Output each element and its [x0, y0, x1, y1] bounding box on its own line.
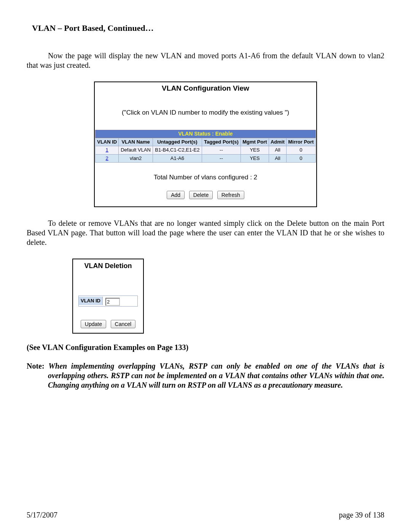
- update-button[interactable]: Update: [81, 320, 106, 328]
- intro-paragraph-2-text: To delete or remove VLANs that are no lo…: [27, 219, 384, 246]
- cell-untagged: B1-B4,C1-C2,E1-E2: [153, 146, 202, 154]
- col-untagged: Untagged Port(s): [153, 138, 202, 146]
- refresh-button[interactable]: Refresh: [217, 191, 244, 199]
- vlan-id-link-2[interactable]: 2: [106, 155, 108, 161]
- page-heading: VLAN – Port Based, Continued…: [32, 23, 384, 34]
- see-also-line: (See VLAN Configuration Examples on Page…: [27, 343, 384, 352]
- vlan-id-link-1[interactable]: 1: [106, 147, 108, 153]
- vlan-table: VLAN ID VLAN Name Untagged Port(s) Tagge…: [95, 138, 316, 163]
- intro-paragraph-2: To delete or remove VLANs that are no lo…: [27, 219, 384, 247]
- footer-page: page 39 of 138: [339, 510, 384, 520]
- col-admit: Admit: [269, 138, 287, 146]
- col-tagged: Tagged Port(s): [202, 138, 241, 146]
- cell-admit: All: [269, 146, 287, 154]
- vlan-deletion-button-row: Update Cancel: [73, 310, 143, 333]
- intro-paragraph-1: Now the page will display the new VLAN a…: [27, 51, 384, 70]
- cell-tagged: --: [202, 146, 241, 154]
- cell-mirror: 0: [286, 146, 315, 154]
- table-row: 2 vlan2 A1-A6 -- YES All 0: [96, 154, 316, 162]
- intro-paragraph-1-text: Now the page will display the new VLAN a…: [27, 51, 384, 69]
- vlan-status-bar: VLAN Status : Enable: [95, 130, 316, 138]
- vlan-config-view-title: VLAN Configuration View: [95, 83, 316, 94]
- cancel-button[interactable]: Cancel: [111, 320, 136, 328]
- cell-mgmt: YES: [241, 146, 269, 154]
- table-row: 1 Default VLAN B1-B4,C1-C2,E1-E2 -- YES …: [96, 146, 316, 154]
- page-footer: 5/17/2007 page 39 of 138: [27, 510, 384, 520]
- vlan-id-field-row: VLAN ID: [78, 296, 138, 307]
- col-mirror: Mirror Port: [286, 138, 315, 146]
- vlan-total-count: Total Number of vlans configured : 2: [95, 163, 316, 190]
- note-label: Note:: [27, 362, 48, 370]
- note-body: When implementing overlapping VLANs, RST…: [48, 362, 384, 389]
- note-paragraph: Note: When implementing overlapping VLAN…: [27, 361, 384, 390]
- add-button[interactable]: Add: [167, 191, 185, 199]
- vlan-config-view-panel: VLAN Configuration View ("Click on VLAN …: [94, 81, 317, 208]
- vlan-id-input[interactable]: [105, 298, 120, 306]
- vlan-view-button-row: Add Delete Refresh: [95, 190, 316, 206]
- vlan-deletion-panel: VLAN Deletion VLAN ID Update Cancel: [72, 259, 144, 334]
- col-vlan-id: VLAN ID: [96, 138, 119, 146]
- vlan-id-label: VLAN ID: [79, 297, 103, 305]
- vlan-table-header-row: VLAN ID VLAN Name Untagged Port(s) Tagge…: [96, 138, 316, 146]
- vlan-deletion-title: VLAN Deletion: [73, 259, 143, 271]
- vlan-config-view-hint: ("Click on VLAN ID number to modify the …: [95, 93, 316, 129]
- col-mgmt: Mgmt Port: [241, 138, 269, 146]
- col-vlan-name: VLAN Name: [119, 138, 153, 146]
- cell-tagged: --: [202, 154, 241, 162]
- cell-mirror: 0: [286, 154, 315, 162]
- cell-untagged: A1-A6: [153, 154, 202, 162]
- cell-admit: All: [269, 154, 287, 162]
- cell-name: vlan2: [119, 154, 153, 162]
- cell-name: Default VLAN: [119, 146, 153, 154]
- footer-date: 5/17/2007: [27, 510, 57, 520]
- delete-button[interactable]: Delete: [189, 191, 213, 199]
- cell-mgmt: YES: [241, 154, 269, 162]
